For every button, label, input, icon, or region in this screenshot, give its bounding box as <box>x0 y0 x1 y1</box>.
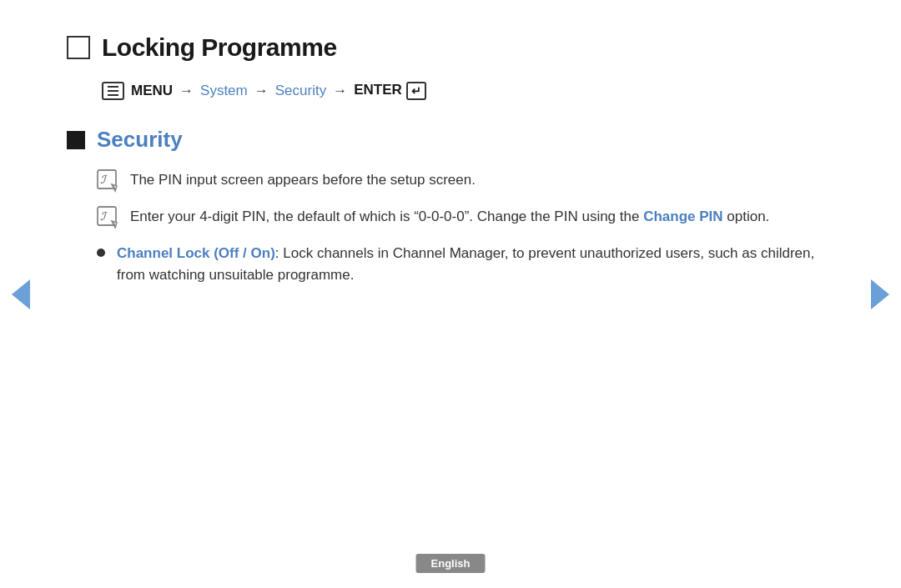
note-2-text-before: Enter your 4-digit PIN, the default of w… <box>130 209 643 224</box>
menu-icon <box>102 82 124 100</box>
checkbox-icon <box>67 36 90 59</box>
page-container: Locking Programme MENU → System → Securi… <box>0 0 901 588</box>
channel-lock-link[interactable]: Channel Lock (Off / On) <box>117 245 275 261</box>
note-icon-1: ℐ <box>97 169 118 193</box>
nav-arrow-right[interactable] <box>871 279 889 309</box>
note-item-1: ℐ The PIN input screen appears before th… <box>97 169 834 193</box>
arrow-1: → <box>179 83 194 99</box>
section-title: Security <box>97 127 183 153</box>
bullet-item-1: Channel Lock (Off / On): Lock channels i… <box>97 243 834 287</box>
enter-label: ENTER ↵ <box>354 82 425 100</box>
menu-icon-box <box>102 82 124 100</box>
menu-bars <box>108 86 118 96</box>
note-text-2: Enter your 4-digit PIN, the default of w… <box>130 206 769 228</box>
filled-square-icon <box>67 131 85 149</box>
menu-bar-1 <box>108 86 118 88</box>
note-2-text-after: option. <box>723 209 770 224</box>
arrow-2: → <box>254 83 269 99</box>
bullet-text-1: Channel Lock (Off / On): Lock channels i… <box>117 243 834 287</box>
security-link[interactable]: Security <box>275 83 326 99</box>
note-icon-2: ℐ <box>97 206 118 229</box>
nav-arrow-left[interactable] <box>12 279 30 309</box>
note-text-1: The PIN input screen appears before the … <box>130 169 476 191</box>
enter-symbol: ↵ <box>406 82 426 100</box>
bullet-dot-1 <box>97 249 105 257</box>
menu-bar-3 <box>108 94 118 96</box>
change-pin-link[interactable]: Change PIN <box>643 209 722 224</box>
menu-label: MENU <box>131 83 173 99</box>
system-link[interactable]: System <box>200 83 248 99</box>
menu-bar-2 <box>108 90 118 92</box>
notes-container: ℐ The PIN input screen appears before th… <box>97 169 834 229</box>
bullet-list: Channel Lock (Off / On): Lock channels i… <box>97 243 834 287</box>
main-heading-text: Locking Programme <box>102 33 337 62</box>
breadcrumb: MENU → System → Security → ENTER ↵ <box>102 82 834 100</box>
language-badge: English <box>416 554 486 573</box>
note-item-2: ℐ Enter your 4-digit PIN, the default of… <box>97 206 834 229</box>
arrow-3: → <box>333 83 347 99</box>
main-heading-section: Locking Programme <box>67 33 834 62</box>
section-heading: Security <box>67 127 834 153</box>
